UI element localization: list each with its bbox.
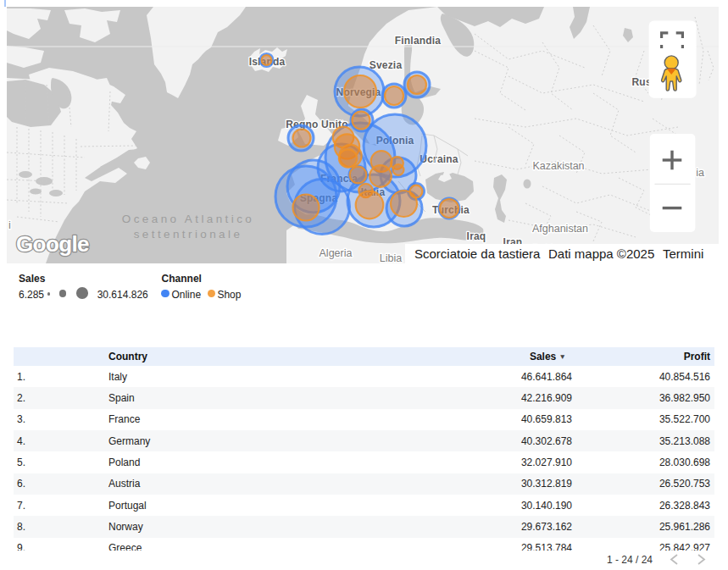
svg-text:Termini: Termini xyxy=(663,246,703,261)
svg-text:Finlandia: Finlandia xyxy=(395,35,442,47)
svg-text:i: i xyxy=(8,219,11,231)
svg-text:Scorciatoie da tastiera: Scorciatoie da tastiera xyxy=(414,246,541,261)
svg-text:Iraq: Iraq xyxy=(467,230,486,242)
svg-text:Svezia: Svezia xyxy=(370,59,403,71)
svg-text:Afghanistan: Afghanistan xyxy=(532,223,588,235)
svg-text:Libia: Libia xyxy=(380,252,402,263)
svg-text:Oceano Atlantico: Oceano Atlantico xyxy=(122,213,254,225)
svg-text:Google: Google xyxy=(16,231,89,257)
svg-text:Algeria: Algeria xyxy=(320,247,353,259)
svg-text:ia: ia xyxy=(696,167,704,179)
svg-text:settentrionale: settentrionale xyxy=(134,228,243,241)
svg-text:Kazakistan: Kazakistan xyxy=(532,160,584,172)
svg-text:Dati mappa ©2025: Dati mappa ©2025 xyxy=(548,246,654,261)
